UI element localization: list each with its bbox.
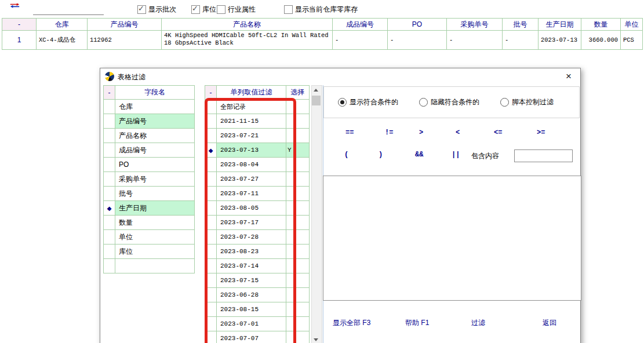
cell-rownum[interactable]: 1 [2,31,37,50]
field-name-cell[interactable]: 单位 [115,230,195,245]
value-table-scrollbar[interactable] [311,85,322,343]
cell-product-no[interactable]: 112962 [88,31,162,50]
value-cell[interactable]: 2021-11-15 [217,114,286,129]
value-row[interactable]: 全部记录 [205,100,310,114]
choose-cell[interactable] [286,302,310,317]
filter-expression-box[interactable] [323,176,581,301]
field-row[interactable]: 数量 [104,216,195,230]
choose-cell[interactable] [286,114,310,129]
cell-po[interactable]: - [388,31,447,50]
toolbar-checkbox[interactable]: 显示批次 [137,5,176,14]
value-cell[interactable]: 2023-08-04 [217,158,286,172]
cell-purchase-no[interactable]: - [447,31,503,50]
cell-unit[interactable]: PCS [621,31,643,50]
value-row[interactable]: 2023-07-21 [205,129,310,143]
field-row[interactable]: PO [104,158,195,172]
field-name-cell[interactable]: 生产日期 [115,201,195,216]
choose-cell[interactable] [286,129,310,143]
value-row[interactable]: 2023-07-01 [205,317,310,331]
table-row[interactable]: 1 XC-4-成品仓 112962 4K HighSpeed HDMICable… [2,31,643,50]
value-row[interactable]: ◆ 2023-07-13 Y [205,143,310,158]
footer-button[interactable]: 返回 [543,318,556,328]
scroll-up-icon[interactable] [312,86,321,94]
value-row[interactable]: 2023-07-27 [205,172,310,187]
operator-button[interactable]: != [385,129,393,137]
value-cell[interactable]: 全部记录 [217,100,286,114]
radio-label[interactable]: 显示符合条件的 [350,97,398,107]
choose-cell[interactable] [286,273,310,288]
field-name-cell[interactable]: 批号 [115,187,195,201]
footer-button[interactable]: 显示全部 F3 [333,318,370,328]
footer-button[interactable]: 帮助 F1 [405,318,429,328]
cell-qty[interactable]: 3660.000 [581,31,621,50]
field-name-cell[interactable]: 数量 [115,216,195,230]
field-row[interactable]: ◆ 生产日期 [104,201,195,216]
field-row[interactable]: 仓库 [104,100,195,114]
filter-mode-radio[interactable]: 隐藏符合条件的 [419,97,479,107]
field-name-cell[interactable]: 产品编号 [115,114,195,129]
radio-icon[interactable] [419,98,428,107]
value-row[interactable]: 2023-08-15 [205,302,310,317]
choose-cell[interactable] [286,158,310,172]
footer-button[interactable]: 过滤 [471,318,485,328]
operator-button[interactable]: == [345,129,354,137]
checkbox-label[interactable]: 行业属性 [228,5,256,14]
cell-warehouse[interactable]: XC-4-成品仓 [37,31,88,50]
swap-arrows-icon[interactable] [9,3,21,12]
filter-mode-radio[interactable]: 脚本控制过滤 [500,97,554,107]
operator-button[interactable]: <= [494,129,502,137]
value-cell[interactable]: 2023-07-14 [217,259,286,273]
operator-button[interactable]: > [419,129,423,137]
choose-cell[interactable] [286,100,310,114]
operator-button[interactable]: >= [537,129,545,137]
choose-cell[interactable] [286,259,310,273]
value-cell[interactable]: 2023-07-17 [217,216,286,230]
toolbar-checkbox[interactable]: 显示当前仓库零库存 [284,5,358,14]
value-cell[interactable]: 2023-06-28 [217,288,286,302]
cell-prod-date[interactable]: 2023-07-13 [539,31,581,50]
checkbox-label[interactable]: 显示当前仓库零库存 [295,5,358,14]
filter-mode-radio[interactable]: 显示符合条件的 [338,97,398,107]
toolbar-checkbox[interactable]: 库位 [191,5,216,14]
choose-cell[interactable]: Y [286,143,310,158]
checkbox-label[interactable]: 显示批次 [148,5,176,14]
close-icon[interactable]: × [562,70,576,84]
contains-input[interactable] [514,149,573,162]
dialog-titlebar[interactable]: 表格过滤 × [100,68,580,85]
checkbox-icon[interactable] [217,5,225,14]
choose-cell[interactable] [286,187,310,201]
scroll-down-icon[interactable] [312,335,321,343]
value-cell[interactable]: 2023-07-15 [217,273,286,288]
checkbox-icon[interactable] [137,5,146,14]
value-cell[interactable]: 2023-07-01 [217,317,286,331]
choose-cell[interactable] [286,317,310,331]
value-row[interactable]: 2023-07-17 [205,216,310,230]
choose-cell[interactable] [286,230,310,245]
value-cell[interactable]: 2023-07-27 [217,172,286,187]
radio-label[interactable]: 隐藏符合条件的 [431,97,479,107]
value-cell[interactable]: 2023-08-05 [217,201,286,216]
field-row[interactable]: 库位 [104,245,195,259]
choose-cell[interactable] [286,245,310,259]
value-cell[interactable]: 2023-07-11 [217,187,286,201]
value-row[interactable]: 2023-07-14 [205,259,310,273]
choose-cell[interactable] [286,216,310,230]
choose-cell[interactable] [286,172,310,187]
radio-label[interactable]: 脚本控制过滤 [512,97,554,107]
value-row[interactable]: 2023-06-28 [205,288,310,302]
cell-batch-no[interactable]: - [503,31,539,50]
field-name-cell[interactable]: 产品名称 [115,129,195,143]
value-cell[interactable]: 2023-07-28 [217,230,286,245]
field-name-cell[interactable] [115,259,195,273]
field-row[interactable]: 批号 [104,187,195,201]
value-cell[interactable]: 2023-07-21 [217,129,286,143]
field-name-cell[interactable]: 仓库 [115,100,195,114]
radio-icon[interactable] [338,98,347,107]
radio-icon[interactable] [500,98,509,107]
quick-filter-input[interactable] [33,4,104,15]
scrollbar-thumb[interactable] [312,96,321,105]
field-row[interactable]: 采购单号 [104,172,195,187]
field-name-cell[interactable]: 成品编号 [115,143,195,158]
operator-button[interactable]: < [456,129,460,137]
cell-finished-no[interactable]: - [333,31,388,50]
